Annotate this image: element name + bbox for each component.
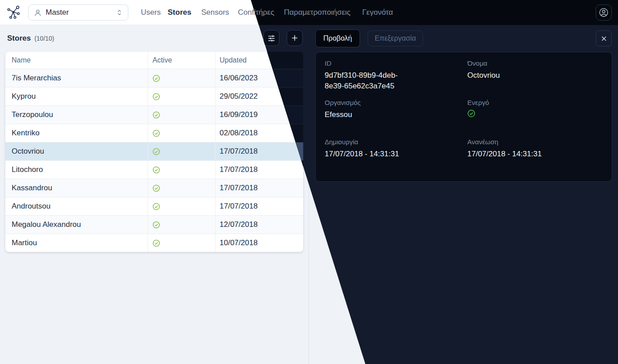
store-name: 7is Merarchias bbox=[5, 69, 148, 87]
store-name: Octovriou bbox=[5, 142, 148, 160]
column-header-active[interactable]: Active bbox=[148, 52, 215, 69]
nav-item-users[interactable]: Users bbox=[141, 0, 161, 25]
close-icon bbox=[601, 35, 607, 42]
active-check-icon bbox=[152, 166, 160, 174]
app-window: Master Users Stores Sensors Confiτήρες Π… bbox=[0, 0, 618, 364]
workspace-select[interactable]: Master bbox=[28, 4, 128, 21]
table-row[interactable]: Litochoro 17/07/2018 bbox=[5, 160, 303, 179]
plus-icon bbox=[290, 33, 299, 42]
workspace-value: Master bbox=[46, 8, 116, 17]
field-renewed: Ανανέωση 17/07/2018 - 14:31:31 bbox=[467, 138, 542, 159]
active-cell bbox=[148, 142, 215, 160]
updated-date: 12/07/2018 bbox=[215, 216, 303, 234]
store-detail-card: ID 9d7bf310-89b9-4deb-8e39-65e62c3a7e45 … bbox=[315, 52, 612, 182]
table-row[interactable]: Androutsou 17/07/2018 bbox=[5, 197, 303, 215]
active-cell bbox=[148, 216, 215, 234]
active-cell bbox=[148, 106, 215, 124]
updated-date: 17/07/2018 bbox=[215, 161, 303, 179]
field-created-label: Δημιουργία bbox=[325, 138, 399, 146]
filter-sliders-icon bbox=[267, 33, 276, 42]
active-check-icon bbox=[152, 221, 160, 229]
active-check-icon bbox=[152, 203, 160, 210]
field-organization-label: Οργανισμός bbox=[325, 99, 361, 106]
store-name: Martiou bbox=[5, 234, 148, 252]
active-check-icon bbox=[467, 109, 475, 117]
table-row[interactable]: Megalou Alexandrou 12/07/2018 bbox=[5, 215, 303, 234]
active-cell bbox=[148, 124, 215, 142]
close-panel-button[interactable] bbox=[596, 30, 612, 46]
store-name: Megalou Alexandrou bbox=[5, 216, 148, 234]
column-header-name[interactable]: Name bbox=[5, 52, 148, 69]
nav-item-stores[interactable]: Stores bbox=[168, 0, 191, 25]
person-icon bbox=[34, 9, 42, 17]
list-title: Stores (10/10) bbox=[7, 25, 54, 52]
active-cell bbox=[148, 197, 215, 215]
updated-date: 17/07/2018 bbox=[215, 179, 303, 197]
field-id-label: ID bbox=[325, 59, 402, 67]
active-check-icon bbox=[152, 239, 160, 247]
chevron-updown-icon bbox=[116, 9, 123, 16]
filter-button[interactable] bbox=[263, 30, 279, 46]
field-organization-value: Efessou bbox=[325, 109, 361, 120]
stores-table: Name Active Updated 7is Merarchias 16/06… bbox=[5, 52, 303, 252]
active-check-icon bbox=[152, 130, 160, 137]
active-cell bbox=[148, 234, 215, 252]
store-name: Androutsou bbox=[5, 197, 148, 215]
field-created-value: 17/07/2018 - 14:31:31 bbox=[325, 149, 399, 159]
tab-edit[interactable]: Επεξεργασία bbox=[368, 30, 423, 46]
field-renewed-value: 17/07/2018 - 14:31:31 bbox=[467, 149, 542, 159]
table-row[interactable]: Kentriko 02/08/2018 bbox=[5, 124, 303, 142]
store-name: Kassandrou bbox=[5, 179, 148, 197]
nav-item-parametrisations[interactable]: Παραμετροποιήσεις bbox=[284, 0, 351, 25]
table-row[interactable]: Kyprou 29/05/2022 bbox=[5, 87, 303, 105]
row-count-badge: (10/10) bbox=[34, 35, 54, 42]
field-organization: Οργανισμός Efessou bbox=[325, 99, 361, 120]
add-store-button[interactable] bbox=[287, 30, 303, 46]
active-check-icon bbox=[152, 93, 160, 100]
field-active: Ενεργό bbox=[467, 99, 489, 117]
user-account-button[interactable] bbox=[596, 4, 612, 21]
active-check-icon bbox=[152, 184, 160, 192]
table-row-selected[interactable]: Octovriou 17/07/2018 bbox=[5, 142, 303, 160]
field-name-value: Octovriou bbox=[467, 70, 500, 81]
active-check-icon bbox=[152, 111, 160, 119]
store-name: Kentriko bbox=[5, 124, 148, 142]
active-check-icon bbox=[152, 75, 160, 82]
table-row[interactable]: 7is Merarchias 16/06/2023 bbox=[5, 69, 303, 87]
table-header-row: Name Active Updated bbox=[5, 52, 303, 69]
field-renewed-label: Ανανέωση bbox=[467, 138, 542, 146]
field-active-label: Ενεργό bbox=[467, 99, 489, 106]
updated-date: 17/07/2018 bbox=[215, 197, 303, 215]
field-id: ID 9d7bf310-89b9-4deb-8e39-65e62c3a7e45 bbox=[325, 59, 402, 92]
user-circle-icon bbox=[599, 8, 609, 17]
tab-view[interactable]: Προβολή bbox=[315, 29, 360, 47]
field-name-label: Όνομα bbox=[467, 59, 500, 67]
active-cell bbox=[148, 179, 215, 197]
active-cell bbox=[148, 88, 215, 105]
field-created: Δημιουργία 17/07/2018 - 14:31:31 bbox=[325, 138, 399, 159]
active-check-icon bbox=[152, 148, 160, 155]
nav-item-events[interactable]: Γεγονότα bbox=[362, 0, 393, 25]
brand-logo-icon bbox=[7, 5, 21, 20]
table-row[interactable]: Kassandrou 17/07/2018 bbox=[5, 179, 303, 197]
table-row[interactable]: Martiou 10/07/2018 bbox=[5, 234, 303, 252]
field-name: Όνομα Octovriou bbox=[467, 59, 500, 81]
field-id-value: 9d7bf310-89b9-4deb-8e39-65e62c3a7e45 bbox=[325, 70, 402, 92]
active-cell bbox=[148, 69, 215, 87]
updated-date: 17/07/2018 bbox=[215, 142, 303, 160]
store-name: Litochoro bbox=[5, 161, 148, 179]
page-title: Stores bbox=[7, 34, 31, 43]
table-row[interactable]: Terzopoulou 16/09/2019 bbox=[5, 105, 303, 124]
updated-date: 02/08/2018 bbox=[215, 124, 303, 142]
active-cell bbox=[148, 161, 215, 179]
updated-date: 10/07/2018 bbox=[215, 234, 303, 252]
store-name: Kyprou bbox=[5, 88, 148, 105]
store-name: Terzopoulou bbox=[5, 106, 148, 124]
nav-item-sensors[interactable]: Sensors bbox=[201, 0, 229, 25]
